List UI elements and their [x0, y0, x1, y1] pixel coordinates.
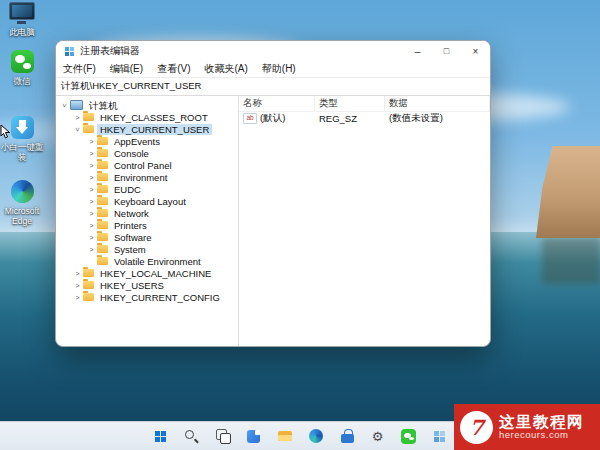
tree-item-environment[interactable]: Environment	[56, 171, 238, 183]
folder-icon	[97, 245, 108, 253]
tree-item-software[interactable]: Software	[56, 231, 238, 243]
window-body: 计算机 HKEY_CLASSES_ROOT HKEY_CURRENT_USER …	[56, 96, 490, 346]
chevron-right-icon[interactable]	[87, 197, 96, 206]
task-view-icon[interactable]	[212, 425, 234, 447]
tree-item-control-panel[interactable]: Control Panel	[56, 159, 238, 171]
address-bar[interactable]: 计算机\HKEY_CURRENT_USER	[56, 77, 490, 96]
string-value-icon: ab	[243, 113, 257, 124]
desktop-icon-this-pc[interactable]: 此电脑	[0, 2, 44, 37]
close-button[interactable]: ×	[461, 41, 490, 61]
menu-file[interactable]: 文件(F)	[56, 61, 103, 77]
file-explorer-icon[interactable]	[274, 425, 296, 447]
desktop: 此电脑 微信 小白一键重装 Microsoft Edge 注册表编辑器 – □ …	[0, 0, 600, 450]
desktop-icon-label: 微信	[14, 76, 31, 86]
wechat-icon	[11, 50, 34, 73]
chevron-right-icon[interactable]	[73, 113, 82, 122]
tree-item-volatile-environment[interactable]: Volatile Environment	[56, 255, 238, 267]
watermark-logo: 7	[460, 411, 493, 444]
chevron-right-icon[interactable]	[87, 245, 96, 254]
chevron-right-icon[interactable]	[87, 233, 96, 242]
chevron-right-icon[interactable]	[73, 281, 82, 290]
maximize-button[interactable]: □	[432, 41, 461, 61]
cliff-reflection	[542, 238, 600, 284]
computer-icon	[70, 100, 83, 110]
watermark-site-url: herecours.com	[499, 430, 584, 441]
tree-item-eudc[interactable]: EUDC	[56, 183, 238, 195]
start-button[interactable]	[150, 425, 172, 447]
values-pane: 名称 类型 数据 ab (默认) REG_SZ (数值未设置)	[239, 96, 490, 346]
this-pc-icon	[9, 2, 35, 20]
regedit-taskbar-icon[interactable]	[429, 425, 451, 447]
tree-item-hkey-current-user[interactable]: HKEY_CURRENT_USER	[56, 123, 238, 135]
chevron-right-icon[interactable]	[87, 161, 96, 170]
title-bar[interactable]: 注册表编辑器 – □ ×	[56, 41, 490, 61]
menu-view[interactable]: 查看(V)	[150, 61, 197, 77]
tree-pane: 计算机 HKEY_CLASSES_ROOT HKEY_CURRENT_USER …	[56, 96, 239, 346]
widgets-icon[interactable]	[243, 425, 265, 447]
chevron-right-icon[interactable]	[87, 137, 96, 146]
folder-icon	[97, 173, 108, 181]
search-icon[interactable]	[181, 425, 203, 447]
store-icon[interactable]	[336, 425, 358, 447]
address-text: 计算机\HKEY_CURRENT_USER	[61, 80, 201, 93]
column-header-type[interactable]: 类型	[315, 96, 385, 111]
column-header-name[interactable]: 名称	[239, 96, 315, 111]
tree-item-hkey-current-config[interactable]: HKEY_CURRENT_CONFIG	[56, 291, 238, 303]
watermark-site-name: 这里教程网	[499, 413, 584, 431]
tree-item-console[interactable]: Console	[56, 147, 238, 159]
window-title: 注册表编辑器	[80, 44, 403, 58]
chevron-right-icon[interactable]	[87, 173, 96, 182]
folder-icon	[83, 269, 94, 277]
menu-edit[interactable]: 编辑(E)	[103, 61, 150, 77]
tree-item-system[interactable]: System	[56, 243, 238, 255]
desktop-icon-label: 小白一键重装	[0, 142, 44, 162]
desktop-icon-edge[interactable]: Microsoft Edge	[0, 180, 44, 226]
chevron-right-icon[interactable]	[87, 185, 96, 194]
list-header: 名称 类型 数据	[239, 96, 490, 112]
edge-icon	[11, 180, 34, 203]
wechat-taskbar-icon[interactable]	[398, 425, 420, 447]
settings-gear-icon[interactable]	[367, 425, 389, 447]
menu-favorites[interactable]: 收藏夹(A)	[197, 61, 254, 77]
folder-icon	[83, 113, 94, 121]
folder-icon	[83, 293, 94, 301]
menu-help[interactable]: 帮助(H)	[255, 61, 303, 77]
column-header-data[interactable]: 数据	[385, 96, 490, 111]
edge-taskbar-icon[interactable]	[305, 425, 327, 447]
folder-icon	[97, 149, 108, 157]
tree-item-appevents[interactable]: AppEvents	[56, 135, 238, 147]
desktop-icon-wechat[interactable]: 微信	[0, 50, 44, 86]
desktop-icon-label: 此电脑	[9, 27, 35, 37]
desktop-icon-label: Microsoft Edge	[0, 206, 44, 226]
tree-item-hkey-local-machine[interactable]: HKEY_LOCAL_MACHINE	[56, 267, 238, 279]
folder-icon	[97, 221, 108, 229]
tree-item-network[interactable]: Network	[56, 207, 238, 219]
value-type: REG_SZ	[315, 113, 385, 124]
chevron-down-icon[interactable]	[73, 125, 82, 134]
value-row-default[interactable]: ab (默认) REG_SZ (数值未设置)	[239, 112, 490, 125]
folder-icon	[83, 125, 94, 133]
chevron-down-icon[interactable]	[60, 101, 69, 110]
registry-editor-window: 注册表编辑器 – □ × 文件(F) 编辑(E) 查看(V) 收藏夹(A) 帮助…	[55, 40, 491, 347]
folder-icon	[83, 281, 94, 289]
tree-item-keyboard-layout[interactable]: Keyboard Layout	[56, 195, 238, 207]
desktop-icon-installer[interactable]: 小白一键重装	[0, 116, 44, 162]
chevron-right-icon[interactable]	[87, 221, 96, 230]
tree-item-computer[interactable]: 计算机	[56, 99, 238, 111]
chevron-right-icon[interactable]	[87, 209, 96, 218]
value-name: (默认)	[260, 112, 285, 125]
tree-item-hkey-classes-root[interactable]: HKEY_CLASSES_ROOT	[56, 111, 238, 123]
folder-icon	[97, 197, 108, 205]
minimize-button[interactable]: –	[403, 41, 432, 61]
chevron-right-icon[interactable]	[73, 293, 82, 302]
tree-item-hkey-users[interactable]: HKEY_USERS	[56, 279, 238, 291]
registry-app-icon	[64, 46, 75, 57]
site-watermark: 7 这里教程网 herecours.com	[454, 404, 600, 450]
chevron-right-icon[interactable]	[87, 149, 96, 158]
tree-item-printers[interactable]: Printers	[56, 219, 238, 231]
folder-icon	[97, 161, 108, 169]
folder-icon	[97, 257, 108, 265]
menu-bar: 文件(F) 编辑(E) 查看(V) 收藏夹(A) 帮助(H)	[56, 61, 490, 77]
chevron-right-icon[interactable]	[73, 269, 82, 278]
folder-icon	[97, 233, 108, 241]
